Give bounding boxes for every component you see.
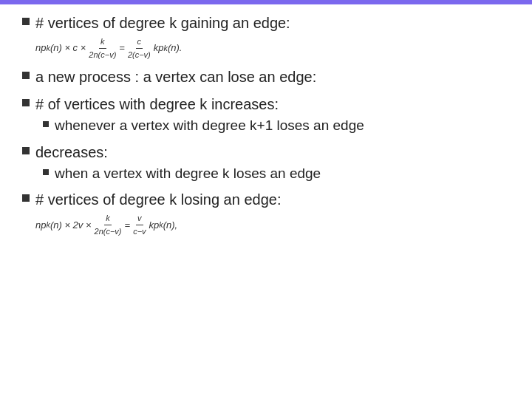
formula2: npk(n) × 2v × k 2n(c−v) = v c−v kpk(n), [35, 212, 281, 237]
list-item: a new process : a vertex can lose an edg… [22, 67, 517, 87]
main-content: # vertices of degree k gaining an edge: … [22, 13, 517, 384]
formula1: npk(n) × c × k 2n(c−v) = c 2(c−v) kpk(n)… [35, 35, 290, 61]
bullet3-text: # of vertices with degree k increases: [35, 95, 364, 115]
bullet-icon [22, 194, 30, 202]
bullet4-text: decreases: [35, 143, 321, 163]
list-item: # vertices of degree k gaining an edge: … [22, 13, 517, 63]
sub-list-item: whenever a vertex with degree k+1 loses … [43, 116, 364, 135]
sub-bullet4-text: when a vertex with degree k loses an edg… [55, 164, 321, 183]
sub-bullet-icon [43, 169, 49, 175]
list-item: decreases: when a vertex with degree k l… [22, 143, 517, 183]
list-item: # vertices of degree k losing an edge: n… [22, 190, 517, 239]
bullet-icon [22, 72, 30, 79]
top-border [0, 0, 532, 4]
bullet1-text: # vertices of degree k gaining an edge: [35, 13, 290, 33]
bullet-icon [22, 18, 30, 25]
list-item: # of vertices with degree k increases: w… [22, 95, 517, 135]
bullet-icon [22, 99, 30, 106]
sub-list-item: when a vertex with degree k loses an edg… [43, 164, 321, 183]
bullet5-text: # vertices of degree k losing an edge: [35, 190, 281, 210]
sub-bullet-icon [43, 121, 49, 127]
sub-bullet3-text: whenever a vertex with degree k+1 loses … [55, 116, 364, 135]
bullet2-text: a new process : a vertex can lose an edg… [35, 67, 316, 87]
bullet-icon [22, 147, 30, 154]
